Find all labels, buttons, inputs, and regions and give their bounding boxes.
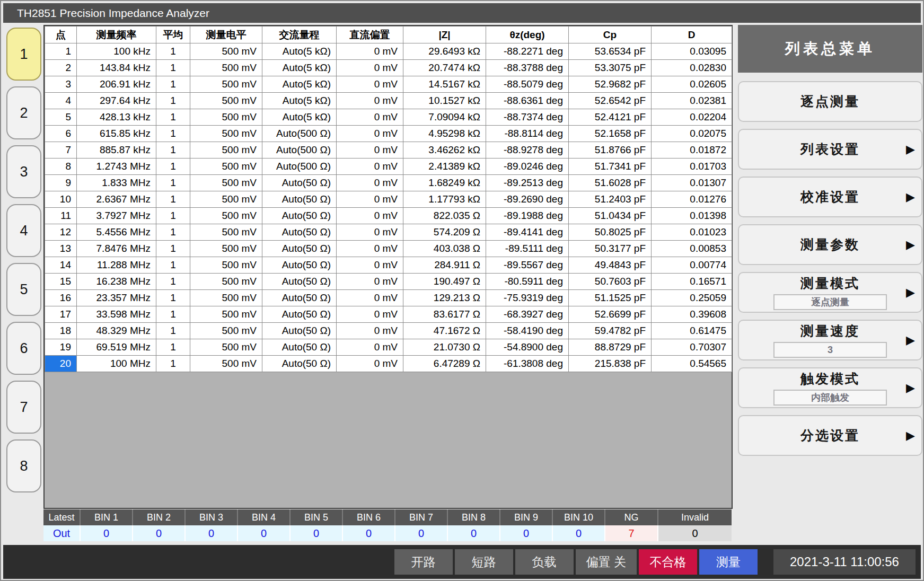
table-row[interactable]: 2143.84 kHz1500 mVAuto(5 kΩ)0 mV20.7474 … bbox=[45, 60, 732, 76]
table-row[interactable]: 1623.357 MHz1500 mVAuto(50 Ω)0 mV129.213… bbox=[45, 290, 732, 306]
table-row[interactable]: 1516.238 MHz1500 mVAuto(50 Ω)0 mV190.497… bbox=[45, 274, 732, 290]
table-cell: 1.17793 kΩ bbox=[403, 191, 486, 208]
table-cell: 52.6699 pF bbox=[569, 306, 652, 323]
measurement-tab-1[interactable]: 1 bbox=[6, 28, 41, 81]
status-button-2[interactable]: 短路 bbox=[455, 549, 513, 575]
table-cell: 10 bbox=[45, 191, 77, 208]
menu-button-label: 列表设置 bbox=[800, 140, 860, 158]
status-button-5[interactable]: 不合格 bbox=[639, 549, 697, 575]
table-cell: 5 bbox=[45, 109, 77, 126]
table-cell: 1 bbox=[156, 60, 190, 76]
table-cell: 52.4121 pF bbox=[569, 109, 652, 126]
table-cell: 53.6534 pF bbox=[569, 43, 652, 60]
table-cell: 0 mV bbox=[337, 175, 403, 191]
tab-strip: 12345678 bbox=[6, 28, 41, 498]
table-cell: 1.2743 MHz bbox=[77, 159, 156, 175]
table-cell: 7.09094 kΩ bbox=[403, 109, 486, 126]
table-cell: -88.5079 deg bbox=[486, 76, 569, 93]
table-cell: -89.2513 deg bbox=[486, 175, 569, 191]
table-cell: -88.2271 deg bbox=[486, 43, 569, 60]
table-cell: 51.0434 pF bbox=[569, 208, 652, 224]
table-cell: 20 bbox=[45, 356, 77, 372]
table-cell: -58.4190 deg bbox=[486, 323, 569, 339]
bin-header-bin-1: BIN 1 bbox=[80, 509, 132, 525]
measurement-tab-3[interactable]: 3 bbox=[6, 145, 41, 198]
menu-button-label: 逐点测量 bbox=[800, 93, 860, 110]
menu-button-7[interactable]: 触发模式内部触发▶ bbox=[738, 367, 922, 408]
menu-button-8[interactable]: 分选设置▶ bbox=[738, 415, 922, 456]
clock: 2021-3-11 11:00:56 bbox=[773, 549, 916, 575]
table-row[interactable]: 113.7927 MHz1500 mVAuto(50 Ω)0 mV822.035… bbox=[45, 208, 732, 224]
measurement-tab-4[interactable]: 4 bbox=[6, 204, 41, 257]
table-cell: 1 bbox=[156, 93, 190, 109]
measurement-tab-6[interactable]: 6 bbox=[6, 322, 41, 375]
table-row[interactable]: 5428.13 kHz1500 mVAuto(5 kΩ)0 mV7.09094 … bbox=[45, 109, 732, 126]
bin-value-bin-5: 0 bbox=[289, 525, 342, 541]
column-header: θz(deg) bbox=[486, 27, 569, 43]
table-cell: 0 mV bbox=[337, 356, 403, 372]
table-row[interactable]: 3206.91 kHz1500 mVAuto(5 kΩ)0 mV14.5167 … bbox=[45, 76, 732, 93]
menu-button-3[interactable]: 校准设置▶ bbox=[738, 177, 922, 217]
table-cell: -89.2690 deg bbox=[486, 191, 569, 208]
table-cell: 1 bbox=[156, 290, 190, 306]
table-cell: Auto(50 Ω) bbox=[262, 356, 337, 372]
table-row[interactable]: 1733.598 MHz1500 mVAuto(50 Ω)0 mV83.6177… bbox=[45, 306, 732, 323]
table-row[interactable]: 1100 kHz1500 mVAuto(5 kΩ)0 mV29.6493 kΩ-… bbox=[45, 43, 732, 60]
status-button-4[interactable]: 偏置 关 bbox=[576, 549, 637, 575]
table-cell: 51.8766 pF bbox=[569, 142, 652, 159]
bin-header-invalid: Invalid bbox=[657, 509, 732, 525]
menu-button-5[interactable]: 测量模式逐点测量▶ bbox=[738, 272, 922, 313]
table-row[interactable]: 4297.64 kHz1500 mVAuto(5 kΩ)0 mV10.1527 … bbox=[45, 93, 732, 109]
table-row[interactable]: 137.8476 MHz1500 mVAuto(50 Ω)0 mV403.038… bbox=[45, 241, 732, 257]
table-row[interactable]: 125.4556 MHz1500 mVAuto(50 Ω)0 mV574.209… bbox=[45, 224, 732, 241]
table-cell: 7 bbox=[45, 142, 77, 159]
submenu-arrow-icon: ▶ bbox=[906, 143, 915, 156]
menu-button-value: 逐点测量 bbox=[773, 294, 887, 310]
table-cell: 500 mV bbox=[190, 290, 262, 306]
table-cell: 0.02204 bbox=[652, 109, 732, 126]
menu-button-6[interactable]: 测量速度3▶ bbox=[738, 320, 922, 360]
table-row[interactable]: 1848.329 MHz1500 mVAuto(50 Ω)0 mV47.1672… bbox=[45, 323, 732, 339]
status-button-6[interactable]: 测量 bbox=[699, 549, 758, 575]
table-cell: 6.47289 Ω bbox=[403, 356, 486, 372]
measurement-tab-8[interactable]: 8 bbox=[6, 439, 41, 492]
table-cell: 1 bbox=[156, 356, 190, 372]
table-cell: 0.02075 bbox=[652, 126, 732, 142]
table-cell: 0.39608 bbox=[652, 306, 732, 323]
submenu-arrow-icon: ▶ bbox=[906, 381, 915, 395]
table-row[interactable]: 102.6367 MHz1500 mVAuto(50 Ω)0 mV1.17793… bbox=[45, 191, 732, 208]
table-cell: 190.497 Ω bbox=[403, 274, 486, 290]
status-buttons: 开路短路负载偏置 关不合格测量 bbox=[392, 549, 758, 575]
table-cell: 17 bbox=[45, 306, 77, 323]
column-header: 平均 bbox=[156, 27, 190, 43]
table-cell: 7.8476 MHz bbox=[77, 241, 156, 257]
table-cell: 0 mV bbox=[337, 60, 403, 76]
bin-value-bin-7: 0 bbox=[394, 525, 447, 541]
table-row[interactable]: 1411.288 MHz1500 mVAuto(50 Ω)0 mV284.911… bbox=[45, 257, 732, 274]
table-row[interactable]: 7885.87 kHz1500 mVAuto(500 Ω)0 mV3.46262… bbox=[45, 142, 732, 159]
status-button-1[interactable]: 开路 bbox=[394, 549, 453, 575]
table-row[interactable]: 6615.85 kHz1500 mVAuto(500 Ω)0 mV4.95298… bbox=[45, 126, 732, 142]
measurement-tab-7[interactable]: 7 bbox=[6, 381, 41, 434]
measurement-tab-5[interactable]: 5 bbox=[6, 263, 41, 316]
table-cell: 0 mV bbox=[337, 191, 403, 208]
measurement-tab-2[interactable]: 2 bbox=[6, 86, 41, 139]
status-button-3[interactable]: 负载 bbox=[515, 549, 574, 575]
table-cell: 49.4843 pF bbox=[569, 257, 652, 274]
table-cell: 297.64 kHz bbox=[77, 93, 156, 109]
menu-button-4[interactable]: 测量参数▶ bbox=[738, 224, 922, 265]
menu-button-2[interactable]: 列表设置▶ bbox=[738, 129, 922, 170]
menu-button-1[interactable]: 逐点测量 bbox=[738, 81, 922, 122]
table-row[interactable]: 91.833 MHz1500 mVAuto(50 Ω)0 mV1.68249 k… bbox=[45, 175, 732, 191]
table-cell: 500 mV bbox=[190, 142, 262, 159]
table-row[interactable]: 1969.519 MHz1500 mVAuto(50 Ω)0 mV21.0730… bbox=[45, 339, 732, 356]
column-header: 测量电平 bbox=[190, 27, 262, 43]
menu-items: 逐点测量列表设置▶校准设置▶测量参数▶测量模式逐点测量▶测量速度3▶触发模式内部… bbox=[738, 81, 922, 456]
table-row[interactable]: 81.2743 MHz1500 mVAuto(500 Ω)0 mV2.41389… bbox=[45, 159, 732, 175]
table-cell: 129.213 Ω bbox=[403, 290, 486, 306]
table-cell: 0 mV bbox=[337, 76, 403, 93]
bin-value-bin-3: 0 bbox=[184, 525, 237, 541]
table-cell: 1 bbox=[156, 109, 190, 126]
table-cell: 143.84 kHz bbox=[77, 60, 156, 76]
table-row[interactable]: 20100 MHz1500 mVAuto(50 Ω)0 mV6.47289 Ω-… bbox=[45, 356, 732, 372]
